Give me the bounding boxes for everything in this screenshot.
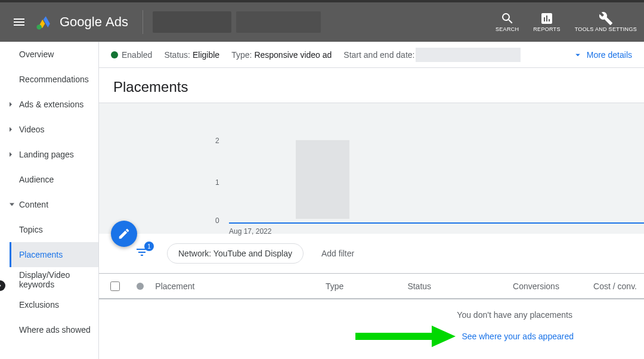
reports-button[interactable]: REPORTS: [533, 11, 560, 33]
logo[interactable]: Google Ads: [31, 14, 133, 30]
search-button[interactable]: SEARCH: [496, 11, 519, 33]
sidebar-expand-toggle[interactable]: [0, 280, 5, 291]
status-type: Type: Responsive video ad: [231, 50, 332, 60]
th-status[interactable]: Status: [400, 281, 488, 291]
filter-button[interactable]: 1: [135, 245, 149, 262]
status-enabled[interactable]: Enabled: [111, 50, 152, 60]
date-display[interactable]: [416, 48, 521, 62]
status-column-icon: [137, 283, 144, 290]
logo-text: Google Ads: [60, 14, 128, 30]
add-filter-button[interactable]: Add filter: [321, 249, 354, 258]
sidebar-sub-where-ads-showed[interactable]: Where ads showed: [11, 317, 98, 342]
sidebar-sub-topics[interactable]: Topics: [11, 217, 98, 242]
account-selector[interactable]: [153, 11, 321, 33]
sidebar-sub-exclusions[interactable]: Exclusions: [11, 292, 98, 317]
status-dot-icon: [111, 51, 118, 58]
search-icon: [500, 11, 515, 26]
reports-icon: [540, 11, 554, 26]
page-title: Placements: [113, 79, 630, 95]
sidebar-item-content[interactable]: Content: [0, 192, 98, 217]
app-header: Google Ads SEARCH REPORTS TOOLS AND SETT…: [0, 2, 644, 42]
tools-settings-button[interactable]: TOOLS AND SETTINGS: [575, 11, 637, 33]
chart: 2 1 0 Aug 17, 2022: [99, 103, 644, 234]
pencil-icon: [117, 227, 131, 240]
svg-point-0: [36, 24, 41, 29]
th-type[interactable]: Type: [318, 281, 400, 291]
sidebar-item-audience[interactable]: Audience: [0, 167, 98, 192]
y-tick: 2: [215, 137, 219, 145]
empty-message: You don't have any placements: [99, 299, 644, 324]
status-dates: Start and end date:: [343, 48, 521, 62]
sidebar-item-overview[interactable]: Overview: [0, 42, 98, 67]
x-axis-label: Aug 17, 2022: [229, 227, 271, 236]
sidebar-sub-display-video-keywords[interactable]: Display/Video keywords: [11, 267, 98, 292]
y-tick: 0: [215, 216, 219, 225]
menu-icon[interactable]: [7, 10, 31, 34]
status-bar: Enabled Status: Eligible Type: Responsiv…: [99, 42, 644, 68]
edit-fab[interactable]: [111, 221, 137, 247]
filter-badge: 1: [144, 242, 154, 251]
chevron-right-icon: [0, 283, 3, 289]
x-axis: [229, 222, 644, 224]
sidebar-sub-placements[interactable]: Placements: [10, 242, 98, 267]
sidebar-item-ads-extensions[interactable]: Ads & extensions: [0, 92, 98, 117]
th-placement[interactable]: Placement: [148, 281, 318, 291]
svg-marker-2: [432, 326, 456, 347]
y-tick: 1: [215, 178, 219, 187]
sidebar-item-videos[interactable]: Videos: [0, 117, 98, 142]
svg-rect-1: [355, 333, 433, 340]
th-cost-conv[interactable]: Cost / conv.: [566, 281, 644, 291]
chart-bar: [296, 140, 349, 219]
table-header: Placement Type Status Conversions Cost /…: [99, 273, 644, 299]
sidebar-item-landing-pages[interactable]: Landing pages: [0, 142, 98, 167]
select-all-checkbox[interactable]: [110, 281, 120, 291]
see-where-ads-appeared-link[interactable]: See where your ads appeared: [462, 332, 574, 341]
annotation-arrow: [355, 324, 457, 348]
th-conversions[interactable]: Conversions: [489, 281, 566, 291]
sidebar-item-recommendations[interactable]: Recommendations: [0, 67, 98, 92]
status-eligibility: Status: Eligible: [164, 50, 219, 60]
filter-chip-network[interactable]: Network: YouTube and Display: [167, 243, 304, 264]
sidebar: Overview Recommendations Ads & extension…: [0, 42, 99, 359]
filter-row: 1 Network: YouTube and Display Add filte…: [99, 234, 644, 273]
more-details-button[interactable]: More details: [572, 49, 632, 60]
chevron-down-icon: [572, 49, 583, 60]
wrench-icon: [599, 11, 613, 26]
